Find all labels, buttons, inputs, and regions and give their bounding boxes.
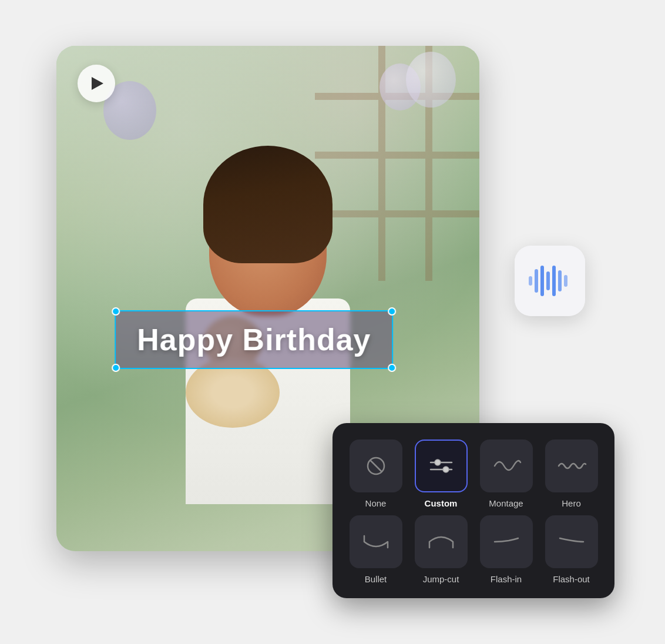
effect-flash-in[interactable]: Flash-in (477, 515, 535, 584)
svg-rect-3 (546, 271, 550, 290)
ban-icon (361, 454, 391, 478)
text-overlay-container[interactable]: Happy Birthday (115, 310, 393, 369)
multi-sine-icon (556, 454, 587, 478)
scene-container: Happy Birthday (45, 34, 620, 610)
effect-hero[interactable]: Hero (542, 440, 600, 508)
effect-montage-box (480, 440, 533, 492)
effect-custom-box (415, 440, 468, 492)
head (209, 181, 327, 316)
effect-bullet[interactable]: Bullet (347, 515, 405, 584)
handle-bottom-right[interactable] (388, 364, 396, 372)
waveform-icon (526, 263, 573, 298)
handle-bottom-left[interactable] (112, 364, 120, 372)
effect-flash-in-label: Flash-in (491, 574, 522, 584)
effect-jump-cut-label: Jump-cut (423, 574, 459, 584)
balloon-3 (406, 52, 456, 108)
effect-none-label: None (365, 498, 387, 508)
effects-row-1: None Custom (347, 440, 600, 508)
svg-rect-0 (529, 276, 532, 286)
effect-custom-label: Custom (425, 498, 458, 508)
effect-bullet-box (350, 515, 402, 568)
handle-top-right[interactable] (388, 307, 396, 316)
effects-row-2: Bullet Jump-cut Flash-in (347, 515, 600, 584)
effect-flash-out-box (545, 515, 598, 568)
sliders-icon (426, 454, 456, 478)
svg-line-8 (370, 460, 382, 472)
effect-jump-cut[interactable]: Jump-cut (412, 515, 470, 584)
svg-rect-2 (540, 266, 544, 296)
effect-custom[interactable]: Custom (412, 440, 470, 508)
effect-none[interactable]: None (347, 440, 405, 508)
text-box: Happy Birthday (115, 310, 393, 369)
effect-none-box (350, 440, 402, 492)
svg-point-10 (435, 459, 441, 465)
jump-wave-icon (426, 530, 456, 554)
effect-flash-out[interactable]: Flash-out (542, 515, 600, 584)
flash-in-icon (491, 530, 522, 554)
svg-point-12 (443, 467, 449, 472)
sine-wave-icon (491, 454, 522, 478)
effect-montage-label: Montage (489, 498, 523, 508)
effect-flash-out-label: Flash-out (553, 574, 590, 584)
svg-rect-6 (564, 275, 567, 287)
effect-hero-box (545, 440, 598, 492)
effects-panel: None Custom (332, 423, 614, 598)
effect-jump-cut-box (415, 515, 468, 568)
overlay-text: Happy Birthday (137, 322, 371, 357)
bullet-wave-icon (361, 530, 391, 554)
hair (203, 146, 332, 263)
svg-rect-5 (558, 270, 562, 291)
effect-flash-in-box (480, 515, 533, 568)
play-icon (92, 77, 103, 90)
play-button[interactable] (78, 65, 115, 102)
audio-widget[interactable] (515, 246, 585, 316)
flash-out-icon (556, 530, 587, 554)
effect-montage[interactable]: Montage (477, 440, 535, 508)
handle-top-left[interactable] (112, 307, 120, 316)
svg-rect-1 (535, 269, 538, 293)
effect-bullet-label: Bullet (365, 574, 387, 584)
svg-rect-4 (552, 266, 556, 296)
effect-hero-label: Hero (562, 498, 581, 508)
